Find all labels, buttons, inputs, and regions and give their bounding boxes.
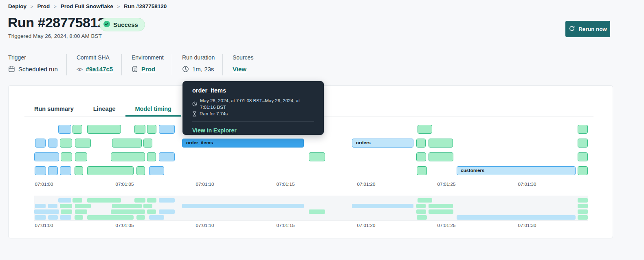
gantt-bar[interactable]: [429, 152, 453, 161]
gantt-bar[interactable]: [48, 139, 57, 148]
meta-label: Environment: [132, 54, 164, 61]
gantt-bar[interactable]: [147, 125, 156, 134]
database-icon: [132, 66, 138, 73]
gantt-bar-order_items[interactable]: order_items: [182, 139, 304, 148]
gantt-bar[interactable]: [159, 152, 175, 161]
clock-icon: [192, 101, 197, 106]
gantt-bar[interactable]: [578, 152, 588, 161]
gantt-bar[interactable]: [73, 125, 82, 134]
gantt-bar[interactable]: [48, 166, 58, 175]
trigger-value: Scheduled run: [18, 66, 58, 73]
gantt-axis-line: [34, 180, 589, 180]
clock-icon: [182, 66, 189, 73]
breadcrumb: Deploy > Prod > Prod Full Snowflake > Ru…: [8, 3, 167, 9]
check-circle-icon: [103, 21, 110, 29]
gantt-bar[interactable]: [578, 125, 588, 134]
status-badge-label: Success: [113, 21, 138, 28]
meta-column-sources: Sources View: [233, 54, 253, 73]
mini-chart-brush[interactable]: [34, 196, 588, 220]
gantt-bar[interactable]: [75, 139, 91, 148]
gantt-bar-orders[interactable]: orders: [352, 139, 413, 148]
chevron-right-icon: >: [31, 4, 33, 9]
gantt-bar[interactable]: [136, 166, 145, 175]
gantt-bar[interactable]: [35, 166, 46, 175]
divider: [222, 54, 223, 75]
breadcrumb-item-deploy[interactable]: Deploy: [8, 3, 26, 9]
tooltip-title: order_items: [192, 87, 314, 94]
sources-view-link[interactable]: View: [233, 66, 246, 73]
page-title: Run #287758120: [8, 15, 113, 31]
meta-column-environment: Environment Prod: [132, 54, 164, 73]
meta-label: Trigger: [8, 54, 58, 61]
code-icon: </>: [77, 67, 82, 72]
gantt-bar[interactable]: [75, 152, 87, 161]
gantt-bar[interactable]: [58, 125, 71, 134]
gantt-bar[interactable]: [60, 166, 71, 175]
model-tooltip: order_items May 26, 2024, at 7:01:08 BST…: [182, 81, 324, 135]
refresh-icon: [569, 25, 575, 33]
gantt-bar[interactable]: [112, 139, 142, 148]
chevron-right-icon: >: [54, 4, 56, 9]
divider: [66, 54, 67, 75]
meta-column-commit: Commit SHA </> #9a147c5: [77, 54, 113, 73]
gantt-bar[interactable]: [578, 139, 588, 148]
gantt-bar[interactable]: [87, 125, 121, 134]
meta-label: Commit SHA: [77, 54, 113, 61]
breadcrumb-item-job[interactable]: Prod Full Snowflake: [61, 3, 113, 9]
run-duration-value: 1m, 23s: [192, 66, 214, 73]
gantt-bar[interactable]: [159, 125, 175, 134]
gantt-bar[interactable]: [429, 139, 453, 148]
gantt-bar[interactable]: [578, 166, 588, 175]
gantt-bar[interactable]: [418, 125, 432, 134]
meta-column-duration: Run duration 1m, 23s: [182, 54, 215, 73]
tab-model-timing[interactable]: Model timing: [125, 102, 181, 117]
gantt-bar[interactable]: [134, 125, 145, 134]
tab-run-summary[interactable]: Run summary: [24, 102, 84, 117]
gantt-bar[interactable]: [60, 139, 72, 148]
gantt-bar[interactable]: [34, 152, 59, 161]
tab-lineage[interactable]: Lineage: [84, 102, 125, 117]
hourglass-icon: [192, 111, 197, 117]
tooltip-time-range: May 26, 2024, at 7:01:08 BST–May 26, 202…: [200, 97, 314, 110]
gantt-bar[interactable]: [35, 139, 46, 148]
gantt-bar[interactable]: [416, 152, 426, 161]
meta-column-trigger: Trigger Scheduled run: [8, 54, 58, 73]
environment-link[interactable]: Prod: [141, 66, 155, 73]
gantt-bar[interactable]: [417, 166, 427, 175]
gantt-bar[interactable]: [111, 152, 145, 161]
divider: [121, 54, 122, 75]
view-in-explorer-link[interactable]: View in Explorer: [192, 127, 237, 134]
gantt-bar-customers[interactable]: customers: [457, 166, 576, 175]
rerun-now-button[interactable]: Rerun now: [565, 21, 610, 37]
meta-label: Run duration: [182, 54, 215, 61]
tooltip-duration: Ran for 7.74s: [200, 110, 228, 117]
gantt-bar[interactable]: [87, 166, 134, 175]
gantt-bar[interactable]: [309, 152, 325, 161]
gantt-bar[interactable]: [61, 152, 72, 161]
gantt-bar[interactable]: [75, 166, 83, 175]
meta-label: Sources: [233, 54, 253, 61]
run-detail-page: Deploy > Prod > Prod Full Snowflake > Ru…: [0, 0, 644, 260]
gantt-bar[interactable]: [416, 139, 426, 148]
gantt-bar[interactable]: [143, 139, 152, 148]
breadcrumb-item-run: Run #287758120: [124, 3, 167, 9]
gantt-bar[interactable]: [147, 152, 156, 161]
rerun-now-label: Rerun now: [578, 26, 607, 32]
calendar-icon: [8, 66, 15, 73]
divider: [172, 54, 172, 75]
gantt-bar[interactable]: [149, 166, 164, 175]
breadcrumb-item-prod[interactable]: Prod: [37, 3, 50, 9]
chevron-right-icon: >: [117, 4, 120, 9]
triggered-text: Triggered May 26, 2024, 8:00 AM BST: [8, 33, 102, 39]
divider: [192, 121, 314, 122]
commit-sha-link[interactable]: #9a147c5: [86, 66, 113, 73]
status-badge: Success: [99, 18, 145, 31]
